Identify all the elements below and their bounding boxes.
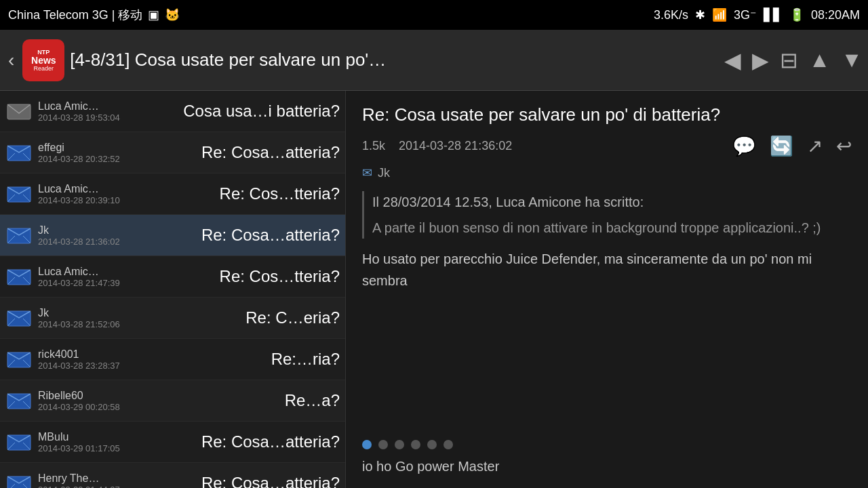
- thread-date: 2014-03-28 19:53:04: [38, 113, 126, 123]
- thread-item[interactable]: rick4001 2014-03-28 23:28:37 Re:…ria?: [0, 339, 345, 380]
- reply-button[interactable]: ↩: [836, 135, 852, 157]
- thread-sender: effegi: [38, 142, 126, 154]
- msg-icon: [5, 139, 33, 166]
- thread-item[interactable]: Henry The… 2014-03-29 01:44:27 Re: Cosa……: [0, 463, 345, 488]
- app-ntp: NTP: [37, 49, 50, 56]
- status-right: 3.6K/s ✱ 📶 3G⁻ ▋▋ 🔋 08:20AM: [654, 7, 860, 22]
- thread-preview: Re: Cosa…atteria?: [126, 143, 340, 162]
- dot-indicator: [378, 440, 388, 449]
- prev-button[interactable]: ◀: [724, 47, 741, 73]
- msg-icon: [5, 470, 33, 488]
- thread-preview: Re: Cos…tteria?: [126, 184, 340, 203]
- comment-button[interactable]: 💬: [732, 135, 756, 157]
- thread-meta: Luca Amic… 2014-03-28 20:39:10: [38, 183, 126, 205]
- app-reader: Reader: [34, 65, 54, 72]
- dot-indicator: [411, 440, 420, 449]
- message-date: 2014-03-28 21:36:02: [399, 139, 512, 153]
- wifi-icon: 📶: [712, 7, 727, 22]
- thread-date: 2014-03-29 01:44:27: [38, 485, 126, 489]
- thread-meta: Henry The… 2014-03-29 01:44:27: [38, 472, 126, 489]
- thread-item[interactable]: Ribelle60 2014-03-29 00:20:58 Re…a?: [0, 380, 345, 422]
- quote-header: Il 28/03/2014 12.53, Luca Amicone ha scr…: [372, 191, 852, 213]
- thread-item[interactable]: effegi 2014-03-28 20:32:52 Re: Cosa…atte…: [0, 132, 345, 174]
- sender-name: Jk: [378, 166, 390, 180]
- thread-sender: Luca Amic…: [38, 100, 126, 113]
- thread-date: 2014-03-28 21:52:06: [38, 319, 126, 329]
- back-button[interactable]: ‹: [5, 49, 17, 71]
- thread-date: 2014-03-28 20:32:52: [38, 154, 126, 164]
- thread-sender: Henry The…: [38, 472, 126, 485]
- message-info-row: 1.5k 2014-03-28 21:36:02 💬 🔄 ↗ ↩: [362, 135, 852, 157]
- thread-item[interactable]: Jk 2014-03-28 21:36:02 Re: Cosa…atteria?: [0, 215, 345, 256]
- dot-indicator: [427, 440, 437, 449]
- thread-sender: MBulu: [38, 431, 126, 443]
- top-bar: ‹ NTP News Reader [4-8/31] Cosa usate pe…: [0, 30, 868, 91]
- thread-meta: effegi 2014-03-28 20:32:52: [38, 142, 126, 164]
- msg-icon: [5, 263, 33, 290]
- dot-indicator: [362, 440, 372, 449]
- thread-meta: Ribelle60 2014-03-29 00:20:58: [38, 390, 126, 412]
- quoted-text: A parte il buon senso di non attivare in…: [372, 217, 852, 239]
- signal-text: 3G⁻: [734, 7, 757, 22]
- top-actions: ◀ ▶ ⊟ ▲ ▼: [724, 47, 863, 73]
- thread-meta: Luca Amic… 2014-03-28 19:53:04: [38, 100, 126, 123]
- refresh-button[interactable]: 🔄: [770, 135, 793, 157]
- msg-icon: [5, 304, 33, 331]
- thread-sender: Luca Amic…: [38, 266, 126, 278]
- message-size-date: 1.5k 2014-03-28 21:36:02: [362, 139, 512, 153]
- msg-icon: [5, 222, 33, 249]
- message-actions: 💬 🔄 ↗ ↩: [732, 135, 852, 157]
- thread-date: 2014-03-29 01:17:05: [38, 443, 126, 453]
- status-bar: China Telecom 3G | 移动 ▣ 🐱 3.6K/s ✱ 📶 3G⁻…: [0, 0, 868, 30]
- dot-indicator: [443, 440, 453, 449]
- thread-preview: Re: Cosa…atteria?: [126, 226, 340, 245]
- bluetooth-icon: ✱: [695, 7, 705, 22]
- thread-meta: Jk 2014-03-28 21:36:02: [38, 224, 126, 247]
- app-icon: NTP News Reader: [22, 39, 64, 81]
- up-button[interactable]: ▲: [809, 47, 831, 73]
- msg-icon: [5, 180, 33, 207]
- thread-preview: Re: Cosa…atteria?: [126, 474, 340, 488]
- top-title: [4-8/31] Cosa usate per salvare un po'…: [70, 49, 718, 70]
- carrier-text: China Telecom 3G | 移动: [8, 7, 142, 23]
- thread-date: 2014-03-28 21:47:39: [38, 278, 126, 288]
- quote-block: Il 28/03/2014 12.53, Luca Amicone ha scr…: [362, 191, 852, 239]
- thread-date: 2014-03-28 20:39:10: [38, 195, 126, 205]
- share-button[interactable]: ↗: [807, 135, 823, 157]
- speed-text: 3.6K/s: [654, 8, 688, 22]
- thread-item[interactable]: Jk 2014-03-28 21:52:06 Re: C…eria?: [0, 298, 345, 339]
- thread-item[interactable]: Luca Amic… 2014-03-28 19:53:04 Cosa usa……: [0, 91, 345, 132]
- app-news: News: [31, 56, 56, 65]
- msg-icon: [5, 428, 33, 455]
- dots-row: [362, 440, 852, 449]
- thread-meta: Luca Amic… 2014-03-28 21:47:39: [38, 266, 126, 288]
- thread-sender: rick4001: [38, 348, 126, 361]
- msg-icon: [5, 346, 33, 373]
- thread-preview: Re: Cosa…atteria?: [126, 432, 340, 451]
- sender-icon: ✉: [362, 165, 372, 180]
- thread-item[interactable]: Luca Amic… 2014-03-28 21:47:39 Re: Cos…t…: [0, 256, 345, 298]
- media-icon: ▣: [148, 7, 159, 22]
- thread-preview: Re…a?: [126, 391, 340, 410]
- message-size: 1.5k: [362, 139, 385, 153]
- main-container: Luca Amic… 2014-03-28 19:53:04 Cosa usa……: [0, 91, 868, 488]
- thread-preview: Re: Cos…tteria?: [126, 267, 340, 286]
- signal-bars-icon: ▋▋: [764, 7, 783, 22]
- next-button[interactable]: ▶: [752, 47, 769, 73]
- battery-icon: 🔋: [789, 7, 804, 22]
- status-left: China Telecom 3G | 移动 ▣ 🐱: [8, 7, 180, 23]
- thread-meta: MBulu 2014-03-29 01:17:05: [38, 431, 126, 453]
- thread-item[interactable]: Luca Amic… 2014-03-28 20:39:10 Re: Cos…t…: [0, 174, 345, 215]
- body-text: Ho usato per parecchio Juice Defender, m…: [362, 248, 852, 291]
- thread-preview: Re: C…eria?: [126, 308, 340, 327]
- message-title: Re: Cosa usate per salvare un po' di bat…: [362, 104, 852, 125]
- thread-item[interactable]: MBulu 2014-03-29 01:17:05 Re: Cosa…atter…: [0, 422, 345, 463]
- thread-date: 2014-03-28 21:36:02: [38, 237, 126, 247]
- message-plain: io ho Go power Master: [362, 459, 852, 474]
- msg-icon: [5, 387, 33, 414]
- down-button[interactable]: ▼: [841, 47, 863, 73]
- thread-sender: Jk: [38, 307, 126, 319]
- menu-button[interactable]: ⊟: [780, 47, 798, 73]
- thread-list: Luca Amic… 2014-03-28 19:53:04 Cosa usa……: [0, 91, 346, 488]
- thread-meta: rick4001 2014-03-28 23:28:37: [38, 348, 126, 371]
